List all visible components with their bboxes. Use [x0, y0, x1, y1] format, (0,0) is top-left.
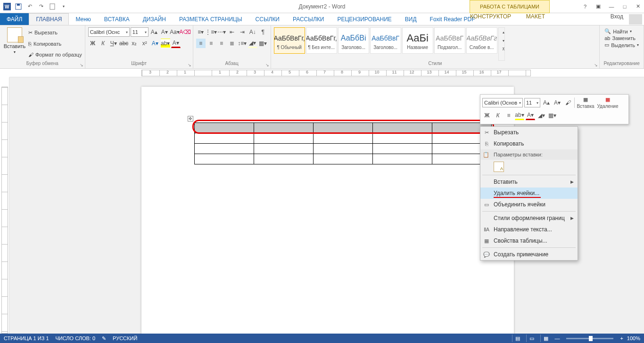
view-web-icon[interactable]: ▦: [540, 335, 551, 342]
launcher-icon[interactable]: ↘: [187, 63, 192, 67]
redo-icon[interactable]: ↷: [36, 1, 46, 12]
mini-size-combo[interactable]: 11▾: [524, 98, 540, 107]
zoom-out-button[interactable]: —: [554, 335, 560, 341]
mini-align-icon[interactable]: ≡: [504, 111, 513, 120]
style-heading1[interactable]: АаБбВіЗаголово...: [338, 27, 369, 54]
align-center-icon[interactable]: ≡: [206, 39, 216, 48]
help-icon[interactable]: ?: [581, 4, 589, 9]
table[interactable]: ✥: [194, 122, 492, 164]
close-icon[interactable]: ✕: [634, 3, 642, 9]
multilevel-icon[interactable]: ⋯▾: [217, 27, 226, 37]
paste-keep-text-icon[interactable]: A: [494, 162, 504, 172]
mini-insert-button[interactable]: ▦Вставка: [576, 97, 595, 109]
tab-home[interactable]: ГЛАВНАЯ: [29, 13, 69, 25]
table-row[interactable]: [195, 133, 492, 144]
font-name-combo[interactable]: Calibri (Оснс▾: [88, 27, 130, 37]
style-subtle[interactable]: АаБбВвГгСлабое в...: [466, 27, 497, 54]
tab-review[interactable]: РЕЦЕНЗИРОВАНИЕ: [330, 13, 398, 25]
style-title[interactable]: АаБіНазвание: [402, 27, 433, 54]
change-case-icon[interactable]: Aa▾: [170, 27, 180, 37]
borders-icon[interactable]: ▦▾: [258, 39, 268, 48]
table-row[interactable]: [195, 123, 492, 133]
font-size-combo[interactable]: 11▾: [131, 27, 149, 37]
replace-button[interactable]: abЗаменить: [604, 35, 639, 41]
underline-button[interactable]: Ч▾: [109, 39, 118, 48]
mini-highlight-icon[interactable]: ab▾: [515, 111, 524, 120]
view-print-icon[interactable]: ▤: [512, 335, 522, 342]
line-spacing-icon[interactable]: ↕≡▾: [238, 39, 247, 48]
ribbon-options-icon[interactable]: ▣: [594, 3, 603, 9]
find-button[interactable]: 🔍Найти▾: [604, 28, 639, 34]
mini-fontcolor-icon[interactable]: A▾: [526, 111, 535, 120]
superscript-button[interactable]: x²: [140, 39, 149, 48]
launcher-icon[interactable]: ↘: [265, 63, 270, 67]
ctx-text-direction[interactable]: ⅡAНаправление текста...: [480, 224, 578, 235]
qat-dropdown-icon[interactable]: ▾: [58, 1, 69, 12]
grow-font-icon[interactable]: A▴: [149, 27, 159, 37]
undo-icon[interactable]: ↶: [25, 1, 35, 12]
shading-icon[interactable]: ◢▾: [248, 39, 257, 48]
copy-button[interactable]: ⎘Копировать: [28, 41, 82, 47]
mini-bold-button[interactable]: Ж: [482, 111, 492, 120]
sort-icon[interactable]: A↓: [248, 27, 257, 37]
align-left-icon[interactable]: ≡: [196, 39, 206, 48]
mini-shading-icon[interactable]: ◢▾: [537, 111, 546, 120]
tab-menu[interactable]: Меню: [69, 13, 97, 25]
ruler-horizontal[interactable]: 3211234567891011121314151617: [9, 69, 644, 77]
style-nospacing[interactable]: АаБбВвГг,¶ Без инте...: [306, 27, 337, 54]
zoom-value[interactable]: 100%: [627, 335, 640, 341]
align-right-icon[interactable]: ≡: [217, 39, 226, 48]
avatar[interactable]: [629, 14, 642, 24]
style-normal[interactable]: АаБбВвГг,¶ Обычный: [274, 27, 305, 54]
text-effects-icon[interactable]: A▾: [150, 39, 160, 48]
shrink-font-icon[interactable]: A▾: [160, 27, 169, 37]
ctx-copy[interactable]: ⎘Копировать: [480, 138, 578, 149]
mini-font-combo[interactable]: Calibri (Основ▾: [482, 98, 523, 107]
tab-references[interactable]: ССЫЛКИ: [249, 13, 286, 25]
document-area[interactable]: ✥ Calibri (Основ▾ 11▾ A▴ A▾ 🖌 ▦Вставка ▦…: [9, 77, 644, 334]
italic-button[interactable]: К: [99, 39, 108, 48]
justify-icon[interactable]: ≣: [227, 39, 237, 48]
indent-icon[interactable]: ⇥: [238, 27, 247, 37]
table-move-handle[interactable]: ✥: [188, 116, 193, 122]
minimize-icon[interactable]: —: [607, 4, 616, 9]
tab-insert[interactable]: ВСТАВКА: [98, 13, 136, 25]
tab-table-layout[interactable]: МАКЕТ: [520, 13, 552, 20]
ctx-cut[interactable]: ✂Вырезать: [480, 127, 578, 138]
table-row[interactable]: [195, 154, 492, 164]
launcher-icon[interactable]: ↘: [79, 63, 84, 67]
ctx-merge-cells[interactable]: ▭Объединить ячейки: [480, 199, 578, 210]
font-color-icon[interactable]: A▾: [171, 39, 181, 48]
zoom-slider[interactable]: [566, 338, 613, 339]
styles-down-icon[interactable]: ▾: [499, 36, 508, 45]
subscript-button[interactable]: x₂: [130, 39, 139, 48]
status-language[interactable]: РУССКИЙ: [113, 335, 137, 341]
ctx-insert[interactable]: Вставить▶: [480, 176, 578, 188]
proofing-icon[interactable]: ✎: [102, 335, 106, 342]
styles-up-icon[interactable]: ▴: [499, 28, 508, 36]
status-page[interactable]: СТРАНИЦА 1 ИЗ 1: [4, 335, 49, 341]
mini-borders-icon[interactable]: ▦▾: [547, 111, 557, 120]
ctx-table-properties[interactable]: ▦Свойства таблицы...: [480, 235, 578, 246]
view-read-icon[interactable]: ▭: [526, 335, 537, 342]
status-wordcount[interactable]: ЧИСЛО СЛОВ: 0: [56, 335, 96, 341]
mini-delete-button[interactable]: ▦Удаление: [596, 97, 619, 109]
ruler-vertical[interactable]: [0, 77, 9, 334]
ctx-border-styles[interactable]: Стили оформления границ▶: [480, 212, 578, 224]
format-painter-button[interactable]: 🖌Формат по образцу: [28, 52, 82, 57]
maximize-icon[interactable]: □: [620, 4, 629, 9]
zoom-in-button[interactable]: +: [620, 335, 623, 341]
new-doc-icon[interactable]: [47, 1, 58, 12]
mini-grow-icon[interactable]: A▴: [542, 98, 551, 107]
mini-painter-icon[interactable]: 🖌: [563, 98, 573, 107]
tab-table-design[interactable]: КОНСТРУКТОР: [463, 13, 518, 20]
ctx-new-comment[interactable]: 💬Создать примечание: [480, 249, 578, 260]
clear-format-icon[interactable]: A⌫: [181, 27, 190, 37]
outdent-icon[interactable]: ⇤: [227, 27, 237, 37]
mini-italic-button[interactable]: К: [493, 111, 503, 120]
show-marks-icon[interactable]: ¶: [258, 27, 268, 37]
table-row[interactable]: [195, 144, 492, 154]
tab-design[interactable]: ДИЗАЙН: [136, 13, 173, 25]
save-icon[interactable]: [13, 1, 24, 12]
tab-file[interactable]: ФАЙЛ: [0, 13, 29, 25]
